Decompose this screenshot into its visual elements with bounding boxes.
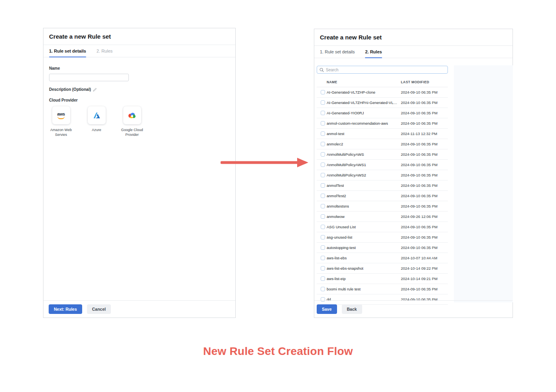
azure-icon	[93, 112, 101, 119]
row-name: aws-list-ebs-snapshot	[327, 266, 363, 270]
row-name: asg-unused-list	[327, 235, 352, 239]
row-name: boomi multi rule test	[327, 287, 361, 291]
column-header-last-modified: LAST MODIFIED	[401, 80, 429, 84]
row-name: anmolTest	[327, 183, 344, 188]
row-last-modified: 2024-09-10 06:35 PM	[401, 121, 438, 125]
wizard-tabs: 1. Rule set details 2. Rules	[43, 45, 235, 57]
row-name: autostopping-test	[327, 245, 356, 250]
row-checkbox[interactable]	[321, 276, 325, 281]
table-row[interactable]: anmolwow 2024-09-26 12:06 PM	[317, 212, 448, 222]
row-checkbox[interactable]	[321, 235, 325, 239]
provider-label: Google Cloud Provider	[120, 127, 144, 137]
row-checkbox[interactable]	[321, 245, 325, 250]
rules-selection-dialog: Create a new Rule set 1. Rule set detail…	[314, 29, 513, 318]
row-checkbox[interactable]	[321, 194, 325, 198]
back-button[interactable]: Back	[342, 304, 362, 314]
rules-table: NAME LAST MODIFIED AI-Generated-VL7ZHP-c…	[317, 77, 448, 331]
search-input[interactable]	[326, 68, 445, 72]
table-row[interactable]: asg-unused-list 2024-09-10 06:35 PM	[317, 232, 448, 243]
table-row[interactable]: AnmolMultiPolicyAWS1 2024-09-10 06:35 PM	[317, 160, 448, 170]
row-checkbox[interactable]	[321, 214, 325, 219]
row-checkbox[interactable]	[321, 100, 325, 105]
row-last-modified: 2024-09-26 12:06 PM	[401, 214, 438, 219]
next-rules-button[interactable]: Next: Rules	[49, 304, 82, 314]
table-row[interactable]: aws-list-ebs 2024-10-07 10:44 AM	[317, 253, 448, 263]
name-input[interactable]	[49, 74, 129, 81]
row-name: AI-Generated-VL7ZHPAI-Generated-VL7ZHPAI…	[327, 100, 398, 105]
row-last-modified: 2024-09-10 06:35 PM	[401, 173, 438, 177]
row-checkbox[interactable]	[321, 131, 325, 136]
table-row[interactable]: AnmolMultiPolicyAWS 2024-09-10 06:35 PM	[317, 149, 448, 160]
row-checkbox[interactable]	[321, 287, 325, 291]
row-last-modified: 2024-10-14 09:22 PM	[401, 266, 438, 270]
table-row[interactable]: aws-list-ebs-snapshot 2024-10-14 09:22 P…	[317, 263, 448, 274]
row-last-modified: 2024-09-10 06:35 PM	[401, 287, 438, 291]
tab-rule-set-details[interactable]: 1. Rule set details	[49, 49, 86, 57]
column-header-name: NAME	[327, 80, 337, 84]
save-button[interactable]: Save	[317, 304, 337, 314]
table-row[interactable]: AI-Generated-VL7ZHPAI-Generated-VL7ZHPAI…	[317, 98, 448, 108]
row-checkbox[interactable]	[321, 111, 325, 115]
row-last-modified: 2024-09-10 06:35 PM	[401, 111, 438, 115]
cancel-button[interactable]: Cancel	[87, 304, 111, 314]
table-row[interactable]: anmolTest2 2024-09-10 06:35 PM	[317, 191, 448, 201]
row-name: AnmolMultiPolicyAWS2	[327, 173, 366, 177]
row-checkbox[interactable]	[321, 225, 325, 229]
row-checkbox[interactable]	[321, 256, 325, 260]
row-checkbox[interactable]	[321, 152, 325, 157]
row-name: anmolTest2	[327, 194, 346, 198]
row-last-modified: 2024-09-10 06:35 PM	[401, 183, 438, 188]
row-last-modified: 2024-09-10 06:35 PM	[401, 100, 438, 105]
tab-rule-set-details[interactable]: 1. Rule set details	[320, 49, 355, 58]
tab-rules[interactable]: 2. Rules	[365, 49, 382, 58]
gcp-card[interactable]	[123, 106, 141, 124]
rules-preview-panel	[454, 65, 513, 302]
row-name: anmoltestsns	[327, 204, 349, 208]
row-checkbox[interactable]	[321, 183, 325, 188]
row-last-modified: 2024-10-14 09:21 PM	[401, 276, 438, 281]
table-row[interactable]: AI-Generated-YIO0RJ 2024-09-10 06:35 PM	[317, 108, 448, 118]
aws-card[interactable]: aws	[52, 106, 70, 124]
rule-set-form: Name Description (Optional) Cloud Provid…	[43, 57, 235, 137]
table-header-row: NAME LAST MODIFIED	[317, 77, 448, 87]
provider-label: Azure	[92, 127, 101, 132]
row-name: ASG Unused List	[327, 225, 356, 229]
row-last-modified: 2024-09-10 06:35 PM	[401, 235, 438, 239]
dialog-footer: Next: Rules Cancel	[43, 300, 235, 318]
table-row[interactable]: aws-list-eip 2024-10-14 09:21 PM	[317, 274, 448, 284]
name-label: Name	[49, 66, 230, 71]
dialog-title: Create a new Rule set	[314, 29, 513, 46]
edit-pencil-icon[interactable]	[93, 88, 97, 92]
azure-card[interactable]	[88, 106, 106, 124]
flow-arrow-icon	[221, 156, 309, 171]
table-row[interactable]: AnmolMultiPolicyAWS2 2024-09-10 06:35 PM	[317, 170, 448, 180]
provider-option-azure[interactable]: Azure	[85, 106, 108, 137]
row-checkbox[interactable]	[321, 163, 325, 167]
row-last-modified: 2024-09-10 06:35 PM	[401, 163, 438, 167]
table-row[interactable]: AI-Generated-VL7ZHP-clone 2024-09-10 06:…	[317, 87, 448, 98]
cloud-provider-label: Cloud Provider	[49, 98, 230, 102]
table-row[interactable]: anmolTest 2024-09-10 06:35 PM	[317, 180, 448, 191]
table-row[interactable]: ASG Unused List 2024-09-10 06:35 PM	[317, 222, 448, 232]
row-checkbox[interactable]	[321, 142, 325, 146]
rule-set-details-dialog: Create a new Rule set 1. Rule set detail…	[43, 28, 236, 318]
row-last-modified: 2024-09-10 06:35 PM	[401, 194, 438, 198]
row-last-modified: 2024-10-07 10:44 AM	[401, 256, 437, 260]
row-checkbox[interactable]	[321, 173, 325, 177]
row-checkbox[interactable]	[321, 266, 325, 270]
table-row[interactable]: anmoltestsns 2024-09-10 06:35 PM	[317, 201, 448, 212]
row-checkbox[interactable]	[321, 204, 325, 208]
tab-rules[interactable]: 2. Rules	[97, 49, 112, 57]
row-checkbox[interactable]	[321, 121, 325, 125]
table-row[interactable]: boomi multi rule test 2024-09-10 06:35 P…	[317, 284, 448, 294]
table-row[interactable]: autostopping-test 2024-09-10 06:35 PM	[317, 243, 448, 253]
row-name: aws-list-ebs	[327, 256, 347, 260]
table-row[interactable]: anmol-test 2024-11-13 12:32 PM	[317, 129, 448, 139]
provider-option-gcp[interactable]: Google Cloud Provider	[120, 106, 144, 137]
row-last-modified: 2024-09-10 06:35 PM	[401, 90, 438, 94]
table-row[interactable]: anmol-custom-recommendation-aws 2024-09-…	[317, 118, 448, 129]
search-icon	[319, 68, 324, 72]
provider-option-aws[interactable]: aws Amazon Web Servies	[49, 106, 73, 137]
row-checkbox[interactable]	[321, 90, 325, 94]
table-row[interactable]: anmolec2 2024-09-10 06:35 PM	[317, 139, 448, 149]
